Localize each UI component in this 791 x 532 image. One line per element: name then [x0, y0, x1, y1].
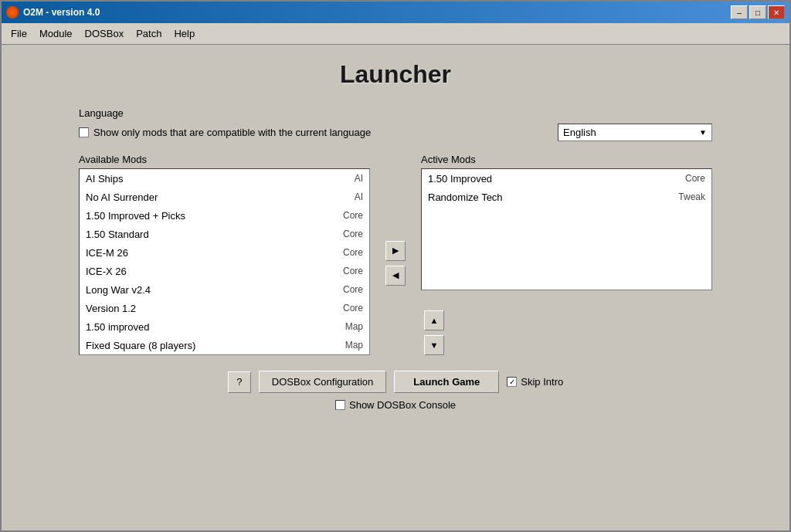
transfer-buttons: ▶ ◀	[382, 171, 409, 355]
menu-bar: File Module DOSBox Patch Help	[2, 23, 789, 45]
mod-tag: Core	[343, 303, 363, 313]
add-mod-button[interactable]: ▶	[385, 241, 406, 261]
language-section: Language Show only mods that are compati…	[79, 107, 712, 141]
help-button[interactable]: ?	[228, 371, 251, 393]
available-mods-list[interactable]: AI ShipsAINo AI SurrenderAI1.50 Improved…	[80, 169, 369, 354]
available-mods-panel: Available Mods AI ShipsAINo AI Surrender…	[79, 154, 370, 355]
available-mods-label: Available Mods	[79, 154, 370, 165]
language-dropdown[interactable]: English ▼	[558, 124, 712, 141]
title-bar: O2M - version 4.0 – □ ✕	[2, 2, 789, 23]
skip-intro-row: ✓ Skip Intro	[507, 376, 563, 388]
language-compat-checkbox[interactable]	[79, 127, 89, 137]
remove-mod-button[interactable]: ◀	[385, 266, 406, 286]
available-mod-item[interactable]: Version 1.2Core	[80, 299, 369, 317]
menu-dosbox[interactable]: DOSBox	[79, 25, 131, 42]
dosbox-config-button[interactable]: DOSBox Configuration	[259, 371, 387, 393]
mod-tag: Core	[343, 284, 363, 295]
mod-tag: Map	[345, 321, 363, 332]
available-mod-item[interactable]: AI ShipsAI	[80, 169, 369, 188]
restore-button[interactable]: □	[749, 5, 766, 19]
content-area: Launcher Language Show only mods that ar…	[2, 45, 789, 530]
available-mods-list-container: AI ShipsAINo AI SurrenderAI1.50 Improved…	[79, 168, 370, 355]
show-console-label: Show DOSBox Console	[349, 399, 456, 411]
active-mods-label: Active Mods	[421, 154, 712, 165]
title-bar-left: O2M - version 4.0	[6, 6, 100, 19]
close-button[interactable]: ✕	[768, 5, 785, 19]
mod-name: 1.50 Improved	[428, 173, 685, 185]
active-mod-item[interactable]: 1.50 ImprovedCore	[422, 169, 711, 188]
menu-file[interactable]: File	[5, 25, 33, 42]
footer: ? DOSBox Configuration Launch Game ✓ Ski…	[79, 371, 712, 411]
footer-buttons: ? DOSBox Configuration Launch Game ✓ Ski…	[228, 371, 563, 393]
mod-tag: Core	[343, 247, 363, 258]
mod-tag: AI	[355, 191, 363, 202]
show-console-row: Show DOSBox Console	[335, 399, 456, 411]
active-mod-item[interactable]: Randomize TechTweak	[422, 188, 711, 206]
available-mod-item[interactable]: ICE-M 26Core	[80, 243, 369, 262]
mod-tag: Core	[685, 173, 705, 184]
dropdown-arrow-icon: ▼	[699, 128, 707, 137]
mod-name: 1.50 Standard	[86, 229, 343, 240]
active-mods-list[interactable]: 1.50 ImprovedCoreRandomize TechTweak	[422, 169, 711, 290]
language-row: Show only mods that are compatible with …	[79, 124, 712, 141]
app-icon	[6, 6, 19, 19]
move-up-button[interactable]: ▲	[424, 310, 444, 330]
footer-checkboxes: Show DOSBox Console	[335, 399, 456, 411]
language-compat-label: Show only mods that are compatible with …	[93, 127, 371, 138]
main-window: O2M - version 4.0 – □ ✕ File Module DOSB…	[0, 0, 791, 532]
mod-name: Fixed Square (8 players)	[86, 340, 345, 351]
mod-tag: Tweak	[678, 191, 705, 202]
skip-intro-label: Skip Intro	[521, 376, 563, 388]
language-checkbox-row: Show only mods that are compatible with …	[79, 127, 371, 138]
mod-tag: Core	[343, 210, 363, 221]
available-mod-item[interactable]: 1.50 improvedMap	[80, 317, 369, 336]
available-mod-item[interactable]: ICE-X 26Core	[80, 262, 369, 280]
mod-name: ICE-M 26	[86, 247, 343, 259]
minimize-button[interactable]: –	[731, 5, 748, 19]
mods-section: Available Mods AI ShipsAINo AI Surrender…	[79, 154, 712, 355]
mod-name: Version 1.2	[86, 303, 343, 314]
show-console-checkbox[interactable]	[335, 400, 345, 410]
menu-help[interactable]: Help	[168, 25, 201, 42]
mod-name: Randomize Tech	[428, 191, 678, 203]
mod-name: ICE-X 26	[86, 266, 343, 277]
mod-name: 1.50 improved	[86, 321, 345, 333]
launch-game-button[interactable]: Launch Game	[394, 371, 499, 393]
language-label: Language	[79, 107, 712, 119]
skip-intro-checkbox[interactable]: ✓	[507, 377, 517, 387]
active-mods-panel: Active Mods 1.50 ImprovedCoreRandomize T…	[421, 154, 712, 355]
available-mod-item[interactable]: 1.50 StandardCore	[80, 225, 369, 243]
active-mods-list-container: 1.50 ImprovedCoreRandomize TechTweak	[421, 168, 712, 290]
mod-tag: AI	[355, 173, 363, 184]
menu-module[interactable]: Module	[33, 25, 79, 42]
available-mod-item[interactable]: 1.50 Improved + PicksCore	[80, 206, 369, 225]
move-down-button[interactable]: ▼	[424, 335, 444, 355]
menu-patch[interactable]: Patch	[130, 25, 168, 42]
page-title: Launcher	[340, 60, 451, 89]
mod-name: No AI Surrender	[86, 191, 355, 203]
active-list-wrapper: Active Mods 1.50 ImprovedCoreRandomize T…	[421, 154, 712, 290]
available-mod-item[interactable]: No AI SurrenderAI	[80, 188, 369, 206]
title-buttons: – □ ✕	[731, 5, 785, 19]
mod-name: AI Ships	[86, 173, 355, 185]
mod-tag: Core	[343, 266, 363, 276]
available-mod-item[interactable]: Fixed Square (8 players)Map	[80, 336, 369, 354]
mod-tag: Map	[345, 340, 363, 351]
mod-tag: Core	[343, 229, 363, 239]
language-dropdown-value: English	[563, 127, 596, 138]
window-title: O2M - version 4.0	[23, 7, 100, 18]
mod-name: 1.50 Improved + Picks	[86, 210, 343, 222]
mod-name: Long War v2.4	[86, 284, 343, 296]
available-mod-item[interactable]: Long War v2.4Core	[80, 280, 369, 299]
order-buttons: ▲ ▼	[421, 310, 712, 355]
